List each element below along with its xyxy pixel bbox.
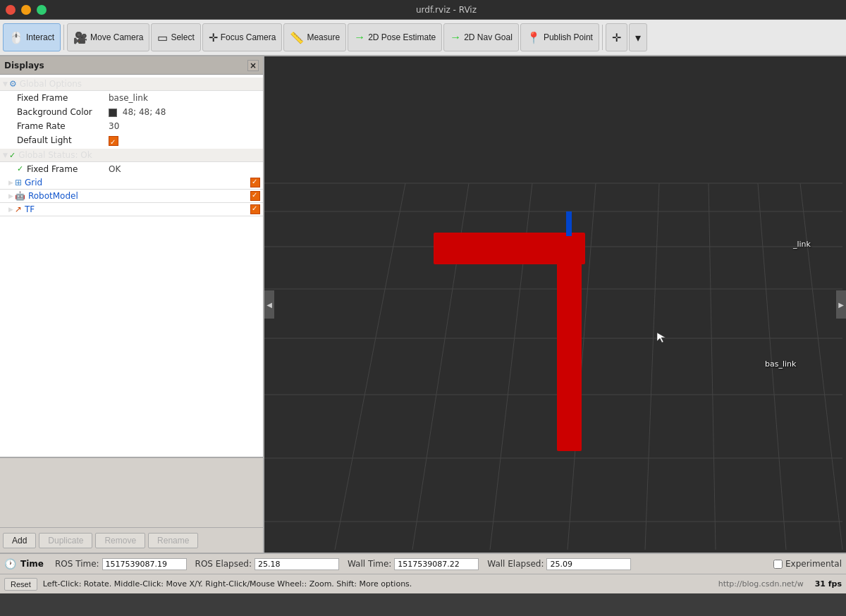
- grid-icon: ⊞: [15, 178, 22, 187]
- select-label: Select: [171, 32, 194, 42]
- ros-time-field: ROS Time: 1517539087.19: [55, 558, 187, 570]
- time-title: Time: [20, 559, 44, 569]
- measure-button[interactable]: 📏 Measure: [283, 23, 346, 51]
- svg-rect-19: [566, 211, 572, 236]
- publish-point-icon: 📍: [527, 31, 541, 44]
- fixed-frame-value: base_link: [109, 92, 148, 104]
- robot-model-label: RobotModel: [28, 191, 250, 201]
- tf-row[interactable]: ▶ ↗ TF: [0, 203, 263, 216]
- gear-icon: ⚙: [9, 79, 17, 89]
- frame-rate-row[interactable]: Frame Rate 30: [0, 119, 263, 133]
- wall-time-value: 1517539087.22: [394, 558, 479, 570]
- measure-label: Measure: [307, 32, 340, 42]
- grid-label: Grid: [25, 178, 250, 187]
- nav-goal-button[interactable]: → 2D Nav Goal: [443, 23, 519, 51]
- left-collapse-arrow[interactable]: ◀: [264, 290, 274, 319]
- left-panel-empty-area: [0, 457, 263, 527]
- reset-button[interactable]: Reset: [4, 578, 37, 591]
- time-bar: 🕐 Time ROS Time: 1517539087.19 ROS Elaps…: [0, 553, 846, 574]
- add-toolbar-button[interactable]: ✛: [606, 23, 627, 51]
- plus-icon: ✛: [612, 31, 621, 44]
- displays-header: Displays ×: [0, 56, 263, 75]
- close-button[interactable]: [6, 5, 16, 15]
- global-status-section[interactable]: ▼ ✓ Global Status: Ok: [0, 149, 263, 162]
- interact-button[interactable]: 🖱️ Interact: [3, 23, 61, 51]
- focus-camera-button[interactable]: ✛ Focus Camera: [202, 23, 283, 51]
- viewport[interactable]: _link bas_link ◀ ▶: [264, 56, 846, 553]
- focus-camera-icon: ✛: [209, 31, 218, 44]
- pose-estimate-label: 2D Pose Estimate: [368, 32, 436, 42]
- tf-checkbox[interactable]: [250, 204, 260, 214]
- url-label: http://blog.csdn.net/w: [718, 579, 804, 589]
- more-icon: ▾: [635, 31, 641, 44]
- frame-rate-label: Frame Rate: [17, 120, 109, 133]
- ok-check-icon: ✓: [9, 151, 16, 160]
- displays-tree[interactable]: ▼ ⚙ Global Options Fixed Frame base_link…: [0, 75, 263, 457]
- info-bar: Reset Left-Click: Rotate. Middle-Click: …: [0, 574, 846, 593]
- move-camera-button[interactable]: 🎥 Move Camera: [67, 23, 149, 51]
- fixed-frame2-value: OK: [109, 163, 121, 175]
- global-options-section[interactable]: ▼ ⚙ Global Options: [0, 78, 263, 91]
- experimental-checkbox[interactable]: [773, 560, 783, 569]
- left-arrow-icon: ◀: [266, 301, 272, 309]
- ros-elapsed-value: 25.18: [255, 558, 339, 570]
- bg-color-row[interactable]: Background Color 48; 48; 48: [0, 105, 263, 119]
- fixed-frame-row[interactable]: Fixed Frame base_link: [0, 91, 263, 105]
- toolbar-separator2: [602, 25, 603, 50]
- fixed-frame2-label: Fixed Frame: [27, 163, 109, 175]
- left-panel: Displays × ▼ ⚙ Global Options Fixed Fram…: [0, 56, 264, 553]
- nav-goal-icon: →: [450, 31, 461, 44]
- robot-expand-arrow: ▶: [8, 192, 13, 199]
- measure-icon: 📏: [290, 31, 304, 44]
- duplicate-button[interactable]: Duplicate: [39, 533, 92, 548]
- default-light-value: [109, 134, 118, 147]
- publish-point-button[interactable]: 📍 Publish Point: [520, 23, 599, 51]
- global-status-label: Global Status: Ok: [18, 150, 92, 160]
- bg-color-value: 48; 48; 48: [109, 106, 166, 118]
- grid-row[interactable]: ▶ ⊞ Grid: [0, 176, 263, 190]
- window-title: urdf.rviz - RViz: [52, 5, 840, 15]
- tf-expand-arrow: ▶: [8, 206, 13, 213]
- right-collapse-arrow[interactable]: ▶: [836, 290, 846, 319]
- displays-title: Displays: [4, 61, 44, 70]
- move-camera-icon: 🎥: [73, 31, 87, 44]
- right-arrow-icon: ▶: [838, 301, 844, 309]
- robot-icon: 🤖: [15, 191, 25, 201]
- toolbar: 🖱️ Interact 🎥 Move Camera ▭ Select ✛ Foc…: [0, 20, 846, 56]
- tf-icon: ↗: [15, 204, 22, 214]
- toolbar-separator: [63, 25, 64, 50]
- grid-expand-arrow: ▶: [8, 179, 13, 186]
- select-button[interactable]: ▭ Select: [151, 23, 200, 51]
- add-button[interactable]: Add: [3, 533, 36, 548]
- expand-arrow: ▼: [3, 80, 8, 87]
- maximize-button[interactable]: [37, 5, 47, 15]
- select-icon: ▭: [157, 31, 168, 44]
- fixed-frame2-row[interactable]: ✓ Fixed Frame OK: [0, 162, 263, 176]
- pose-estimate-button[interactable]: → 2D Pose Estimate: [348, 23, 442, 51]
- fps-counter: 31 fps: [815, 579, 842, 589]
- more-button[interactable]: ▾: [629, 23, 647, 51]
- displays-close-button[interactable]: ×: [247, 60, 259, 71]
- nav-goal-label: 2D Nav Goal: [464, 32, 513, 42]
- ros-time-label: ROS Time:: [55, 559, 99, 569]
- minimize-button[interactable]: [21, 5, 31, 15]
- default-light-checkbox[interactable]: [109, 136, 118, 146]
- default-light-row[interactable]: Default Light: [0, 133, 263, 147]
- expand-arrow2: ▼: [3, 152, 8, 159]
- pose-estimate-icon: →: [354, 31, 365, 44]
- remove-button[interactable]: Remove: [95, 533, 145, 548]
- frame-rate-value: 30: [109, 120, 119, 133]
- robot-model-checkbox[interactable]: [250, 191, 260, 201]
- publish-point-label: Publish Point: [544, 32, 593, 42]
- wall-elapsed-value: 25.09: [546, 558, 631, 570]
- robot-model-row[interactable]: ▶ 🤖 RobotModel: [0, 190, 263, 203]
- ros-elapsed-label: ROS Elapsed:: [195, 559, 252, 569]
- interact-label: Interact: [26, 32, 54, 42]
- move-camera-label: Move Camera: [90, 32, 143, 42]
- help-text: Left-Click: Rotate. Middle-Click: Move X…: [43, 579, 412, 589]
- wall-elapsed-label: Wall Elapsed:: [487, 559, 544, 569]
- grid-checkbox[interactable]: [250, 178, 260, 187]
- rename-button[interactable]: Rename: [148, 533, 198, 548]
- robot-svg: [405, 211, 846, 507]
- svg-rect-18: [557, 233, 582, 451]
